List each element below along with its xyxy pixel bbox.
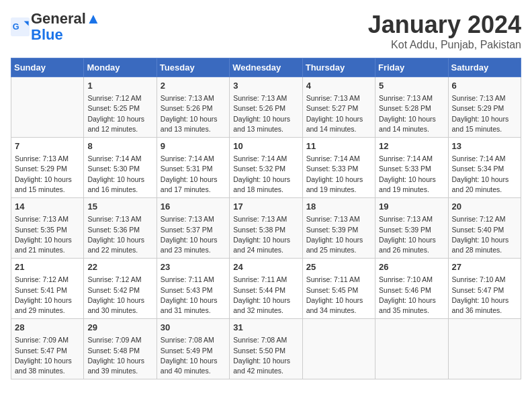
day-of-week-header: Thursday	[302, 58, 375, 77]
calendar-cell: 21Sunrise: 7:12 AM Sunset: 5:41 PM Dayli…	[11, 259, 84, 319]
calendar-cell: 22Sunrise: 7:12 AM Sunset: 5:42 PM Dayli…	[84, 259, 157, 319]
calendar-cell: 23Sunrise: 7:11 AM Sunset: 5:43 PM Dayli…	[157, 259, 229, 319]
day-info: Sunrise: 7:09 AM Sunset: 5:48 PM Dayligh…	[87, 335, 152, 376]
day-number: 13	[452, 140, 517, 152]
day-number: 27	[452, 261, 517, 273]
calendar-subtitle: Kot Addu, Punjab, Pakistan	[368, 39, 521, 51]
day-info: Sunrise: 7:11 AM Sunset: 5:43 PM Dayligh…	[161, 275, 226, 316]
calendar-cell: 29Sunrise: 7:09 AM Sunset: 5:48 PM Dayli…	[84, 319, 157, 379]
calendar-cell: 24Sunrise: 7:11 AM Sunset: 5:44 PM Dayli…	[230, 259, 302, 319]
day-info: Sunrise: 7:12 AM Sunset: 5:41 PM Dayligh…	[15, 275, 80, 316]
day-info: Sunrise: 7:10 AM Sunset: 5:46 PM Dayligh…	[379, 275, 444, 316]
day-info: Sunrise: 7:13 AM Sunset: 5:38 PM Dayligh…	[233, 214, 298, 255]
day-number: 5	[379, 80, 444, 92]
day-info: Sunrise: 7:11 AM Sunset: 5:45 PM Dayligh…	[306, 275, 371, 316]
day-number: 11	[306, 140, 371, 152]
day-of-week-header: Wednesday	[230, 58, 302, 77]
day-info: Sunrise: 7:09 AM Sunset: 5:47 PM Dayligh…	[15, 335, 80, 376]
day-number: 8	[87, 140, 152, 152]
day-info: Sunrise: 7:14 AM Sunset: 5:33 PM Dayligh…	[306, 154, 371, 195]
day-info: Sunrise: 7:13 AM Sunset: 5:35 PM Dayligh…	[15, 214, 80, 255]
calendar-cell: 11Sunrise: 7:14 AM Sunset: 5:33 PM Dayli…	[302, 138, 375, 198]
calendar-cell: 18Sunrise: 7:13 AM Sunset: 5:39 PM Dayli…	[302, 198, 375, 259]
logo-text: General▲ Blue	[31, 11, 101, 43]
calendar-week-row: 1Sunrise: 7:12 AM Sunset: 5:25 PM Daylig…	[11, 77, 521, 138]
day-number: 4	[306, 80, 371, 92]
calendar-cell: 25Sunrise: 7:11 AM Sunset: 5:45 PM Dayli…	[302, 259, 375, 319]
day-number: 3	[233, 80, 298, 92]
day-info: Sunrise: 7:12 AM Sunset: 5:42 PM Dayligh…	[87, 275, 152, 316]
day-number: 16	[161, 201, 226, 213]
day-number: 7	[15, 140, 80, 152]
day-info: Sunrise: 7:13 AM Sunset: 5:28 PM Dayligh…	[379, 93, 444, 134]
title-block: January 2024 Kot Addu, Punjab, Pakistan	[368, 11, 521, 51]
calendar-cell: 17Sunrise: 7:13 AM Sunset: 5:38 PM Dayli…	[230, 198, 302, 259]
calendar-cell: 30Sunrise: 7:08 AM Sunset: 5:49 PM Dayli…	[157, 319, 229, 379]
calendar-header-row: SundayMondayTuesdayWednesdayThursdayFrid…	[11, 58, 521, 77]
day-number: 30	[161, 322, 226, 334]
page-header: G General▲ Blue January 2024 Kot Addu, P…	[11, 11, 521, 51]
logo: G General▲ Blue	[11, 11, 101, 43]
calendar-cell	[11, 77, 84, 138]
calendar-cell: 3Sunrise: 7:13 AM Sunset: 5:26 PM Daylig…	[230, 77, 302, 138]
day-number: 10	[233, 140, 298, 152]
day-info: Sunrise: 7:13 AM Sunset: 5:39 PM Dayligh…	[379, 214, 444, 255]
svg-text:G: G	[13, 22, 19, 32]
day-info: Sunrise: 7:13 AM Sunset: 5:29 PM Dayligh…	[452, 93, 517, 134]
day-info: Sunrise: 7:08 AM Sunset: 5:49 PM Dayligh…	[161, 335, 226, 376]
logo-icon: G	[11, 17, 30, 36]
day-info: Sunrise: 7:13 AM Sunset: 5:26 PM Dayligh…	[233, 93, 298, 134]
calendar-table: SundayMondayTuesdayWednesdayThursdayFrid…	[11, 58, 521, 379]
day-number: 9	[161, 140, 226, 152]
day-info: Sunrise: 7:13 AM Sunset: 5:29 PM Dayligh…	[15, 154, 80, 195]
day-number: 6	[452, 80, 517, 92]
calendar-week-row: 21Sunrise: 7:12 AM Sunset: 5:41 PM Dayli…	[11, 259, 521, 319]
day-number: 23	[161, 261, 226, 273]
day-number: 20	[452, 201, 517, 213]
day-of-week-header: Saturday	[448, 58, 521, 77]
day-info: Sunrise: 7:13 AM Sunset: 5:37 PM Dayligh…	[161, 214, 226, 255]
day-info: Sunrise: 7:14 AM Sunset: 5:33 PM Dayligh…	[379, 154, 444, 195]
calendar-cell: 28Sunrise: 7:09 AM Sunset: 5:47 PM Dayli…	[11, 319, 84, 379]
calendar-cell	[448, 319, 521, 379]
calendar-week-row: 14Sunrise: 7:13 AM Sunset: 5:35 PM Dayli…	[11, 198, 521, 259]
calendar-cell: 27Sunrise: 7:10 AM Sunset: 5:47 PM Dayli…	[448, 259, 521, 319]
day-info: Sunrise: 7:14 AM Sunset: 5:30 PM Dayligh…	[87, 154, 152, 195]
calendar-body: 1Sunrise: 7:12 AM Sunset: 5:25 PM Daylig…	[11, 77, 521, 379]
day-info: Sunrise: 7:14 AM Sunset: 5:31 PM Dayligh…	[161, 154, 226, 195]
day-number: 22	[87, 261, 152, 273]
day-number: 29	[87, 322, 152, 334]
calendar-cell: 26Sunrise: 7:10 AM Sunset: 5:46 PM Dayli…	[375, 259, 448, 319]
calendar-cell: 16Sunrise: 7:13 AM Sunset: 5:37 PM Dayli…	[157, 198, 229, 259]
calendar-cell: 7Sunrise: 7:13 AM Sunset: 5:29 PM Daylig…	[11, 138, 84, 198]
day-number: 14	[15, 201, 80, 213]
day-number: 25	[306, 261, 371, 273]
day-info: Sunrise: 7:13 AM Sunset: 5:36 PM Dayligh…	[87, 214, 152, 255]
day-info: Sunrise: 7:14 AM Sunset: 5:34 PM Dayligh…	[452, 154, 517, 195]
calendar-cell: 20Sunrise: 7:12 AM Sunset: 5:40 PM Dayli…	[448, 198, 521, 259]
day-number: 12	[379, 140, 444, 152]
day-number: 28	[15, 322, 80, 334]
day-info: Sunrise: 7:10 AM Sunset: 5:47 PM Dayligh…	[452, 275, 517, 316]
day-of-week-header: Monday	[84, 58, 157, 77]
day-number: 15	[87, 201, 152, 213]
day-number: 1	[87, 80, 152, 92]
day-info: Sunrise: 7:08 AM Sunset: 5:50 PM Dayligh…	[233, 335, 298, 376]
day-info: Sunrise: 7:11 AM Sunset: 5:44 PM Dayligh…	[233, 275, 298, 316]
day-number: 2	[161, 80, 226, 92]
day-number: 19	[379, 201, 444, 213]
day-number: 21	[15, 261, 80, 273]
day-info: Sunrise: 7:14 AM Sunset: 5:32 PM Dayligh…	[233, 154, 298, 195]
calendar-cell: 15Sunrise: 7:13 AM Sunset: 5:36 PM Dayli…	[84, 198, 157, 259]
calendar-title: January 2024	[368, 11, 521, 39]
day-of-week-header: Sunday	[11, 58, 84, 77]
calendar-cell: 1Sunrise: 7:12 AM Sunset: 5:25 PM Daylig…	[84, 77, 157, 138]
day-info: Sunrise: 7:13 AM Sunset: 5:39 PM Dayligh…	[306, 214, 371, 255]
calendar-week-row: 28Sunrise: 7:09 AM Sunset: 5:47 PM Dayli…	[11, 319, 521, 379]
day-info: Sunrise: 7:13 AM Sunset: 5:27 PM Dayligh…	[306, 93, 371, 134]
calendar-cell: 9Sunrise: 7:14 AM Sunset: 5:31 PM Daylig…	[157, 138, 229, 198]
calendar-cell: 5Sunrise: 7:13 AM Sunset: 5:28 PM Daylig…	[375, 77, 448, 138]
calendar-cell: 19Sunrise: 7:13 AM Sunset: 5:39 PM Dayli…	[375, 198, 448, 259]
calendar-cell: 12Sunrise: 7:14 AM Sunset: 5:33 PM Dayli…	[375, 138, 448, 198]
day-info: Sunrise: 7:13 AM Sunset: 5:26 PM Dayligh…	[161, 93, 226, 134]
